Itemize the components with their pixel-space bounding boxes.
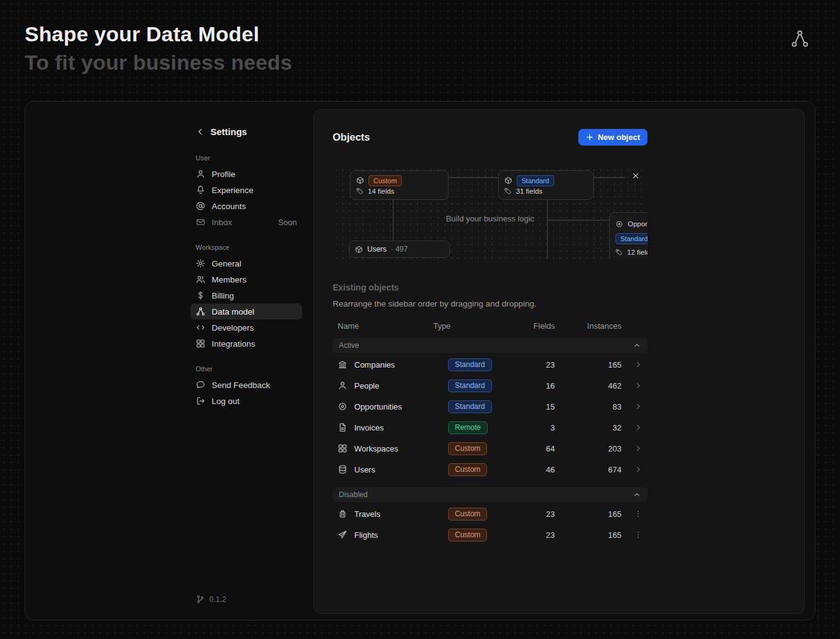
kebab-menu-icon[interactable] xyxy=(634,509,642,518)
sidebar-item-label: General xyxy=(212,259,241,268)
canvas-close-button[interactable] xyxy=(631,171,640,183)
canvas-node-row: Custom xyxy=(356,175,443,186)
share-nodes-icon xyxy=(789,28,810,49)
table-row-travels[interactable]: Travels Custom 23 165 xyxy=(333,503,647,524)
type-badge: Custom xyxy=(448,529,487,542)
dollar-icon xyxy=(196,291,206,300)
table-header: Name Type Fields Instances xyxy=(333,321,647,331)
canvas-node-row: 14 fields xyxy=(356,188,443,195)
sidebar-item-profile[interactable]: Profile xyxy=(191,166,302,182)
chevron-right-icon xyxy=(634,360,642,369)
object-name: Companies xyxy=(354,360,395,369)
object-name: Users xyxy=(354,465,375,474)
data-model-canvas[interactable]: Custom 14 fields Standard 31 fields Buil… xyxy=(333,167,647,259)
settings-sidebar: Settings User Profile Experience Account… xyxy=(196,126,297,423)
chevron-right-icon xyxy=(634,465,642,474)
column-name: Name xyxy=(338,321,433,331)
members-icon xyxy=(196,274,206,284)
canvas-node-opportunities[interactable]: Opportunities Standard 12 fields xyxy=(609,212,647,259)
chat-icon xyxy=(196,380,206,390)
user-icon xyxy=(196,169,206,179)
chevron-left-icon xyxy=(196,127,205,136)
type-badge: Custom xyxy=(448,463,487,476)
sidebar-item-integrations[interactable]: Integrations xyxy=(191,336,302,352)
instances-value: 165 xyxy=(555,360,622,369)
headline-line2: To fit your business needs xyxy=(25,48,292,76)
grid-icon xyxy=(338,443,347,453)
close-icon xyxy=(631,171,640,180)
tag-icon xyxy=(504,188,512,195)
group-header-disabled[interactable]: Disabled xyxy=(333,487,647,502)
instances-value: 674 xyxy=(555,465,622,474)
fields-value: 16 xyxy=(516,381,555,390)
group-header-active[interactable]: Active xyxy=(333,338,647,353)
sidebar-item-developers[interactable]: Developers xyxy=(191,320,302,336)
section-label: Workspace xyxy=(196,244,297,251)
fields-value: 23 xyxy=(516,530,555,540)
version-label: 0.1.2 xyxy=(209,595,227,604)
sidebar-item-general[interactable]: General xyxy=(191,255,302,271)
sidebar-item-inbox: Inbox Soon xyxy=(191,214,302,230)
canvas-node-custom[interactable]: Custom 14 fields xyxy=(350,170,449,200)
app-version: 0.1.2 xyxy=(196,595,227,604)
instances-value: 32 xyxy=(555,423,622,432)
new-object-button[interactable]: New object xyxy=(578,129,647,146)
document-icon xyxy=(338,423,347,432)
chevron-up-icon xyxy=(633,490,641,499)
canvas-node-row: Standard xyxy=(504,175,588,186)
sidebar-item-accounts[interactable]: Accounts xyxy=(191,198,302,214)
canvas-node-standard[interactable]: Standard 31 fields xyxy=(498,170,594,200)
table-row-people[interactable]: People Standard 16 462 xyxy=(333,375,647,396)
table-row-workspaces[interactable]: Workspaces Custom 64 203 xyxy=(333,438,647,459)
kebab-menu-icon[interactable] xyxy=(634,530,642,539)
sidebar-item-data-model[interactable]: Data model xyxy=(191,303,302,320)
sidebar-item-billing[interactable]: Billing xyxy=(191,287,302,303)
group-label: Disabled xyxy=(339,490,368,499)
plus-icon xyxy=(586,133,594,141)
back-button[interactable] xyxy=(196,127,205,136)
objects-title: Objects xyxy=(333,131,370,143)
sidebar-item-label: Integrations xyxy=(212,339,256,348)
active-rows: Companies Standard 23 165 People Standar… xyxy=(333,354,804,480)
database-icon xyxy=(338,464,347,474)
fields-value: 23 xyxy=(516,509,555,519)
objects-header: Objects New object xyxy=(333,129,647,146)
sidebar-item-label: Billing xyxy=(212,291,234,300)
plane-icon xyxy=(338,530,347,540)
data-model-icon xyxy=(196,307,206,316)
sidebar-item-send-feedback[interactable]: Send Feedback xyxy=(191,377,302,393)
node-label: Users xyxy=(367,245,386,254)
table-row-invoices[interactable]: Invoices Remote 3 32 xyxy=(333,417,647,438)
section-label: Other xyxy=(196,365,297,373)
canvas-node-users[interactable]: Users · 497 xyxy=(349,241,450,258)
table-row-opportunities[interactable]: Opportunities Standard 15 83 xyxy=(333,396,647,417)
chevron-right-icon xyxy=(634,402,642,411)
canvas-node-row: Standard xyxy=(615,233,647,244)
table-row-flights[interactable]: Flights Custom 23 165 xyxy=(333,524,647,545)
instances-value: 165 xyxy=(555,530,622,540)
group-label: Active xyxy=(339,341,359,350)
sidebar-section-user: User Profile Experience Accounts Inbox S… xyxy=(196,154,297,230)
chevron-up-icon xyxy=(633,341,641,350)
existing-objects-heading: Existing objects xyxy=(333,282,804,292)
sidebar-item-log-out[interactable]: Log out xyxy=(191,393,302,409)
table-row-users[interactable]: Users Custom 46 674 xyxy=(333,459,647,480)
fields-value: 64 xyxy=(516,444,555,453)
page-headline: Shape your Data Model To fit your busine… xyxy=(25,20,292,76)
box-icon xyxy=(504,176,512,184)
object-name: People xyxy=(354,381,379,390)
target-icon xyxy=(338,402,347,411)
building-icon xyxy=(338,360,347,369)
settings-title: Settings xyxy=(210,126,247,137)
canvas-node-row: 12 fields xyxy=(615,249,647,256)
type-badge: Custom xyxy=(368,175,402,186)
sidebar-section-other: Other Send Feedback Log out xyxy=(196,365,297,409)
code-icon xyxy=(196,323,206,332)
new-object-label: New object xyxy=(597,133,640,142)
sidebar-item-members[interactable]: Members xyxy=(191,271,302,287)
chevron-right-icon xyxy=(634,381,642,390)
sidebar-item-experience[interactable]: Experience xyxy=(191,182,302,198)
table-row-companies[interactable]: Companies Standard 23 165 xyxy=(333,354,647,375)
sidebar-item-label: Profile xyxy=(212,170,235,179)
disabled-rows: Travels Custom 23 165 Flights Custom 23 … xyxy=(333,503,804,545)
